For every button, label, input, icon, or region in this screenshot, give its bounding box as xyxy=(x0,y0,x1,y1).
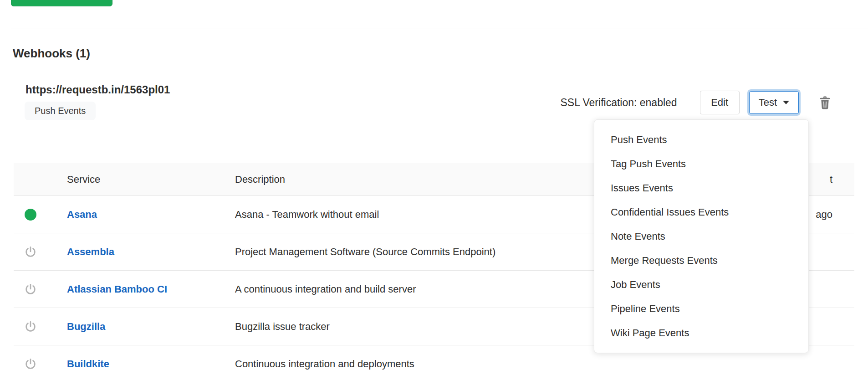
power-icon xyxy=(25,246,37,258)
webhook-url: https://requestb.in/1563pl01 xyxy=(26,83,170,96)
test-webhook-dropdown-button[interactable]: Test xyxy=(749,91,799,114)
service-description: Asana - Teamwork without email xyxy=(235,209,379,221)
section-divider xyxy=(11,29,868,29)
test-webhook-dropdown-menu: Push Events Tag Push Events Issues Event… xyxy=(594,119,809,353)
column-header-service: Service xyxy=(67,174,100,185)
service-link[interactable]: Atlassian Bamboo CI xyxy=(67,283,167,295)
column-header-description: Description xyxy=(235,174,285,185)
add-webhook-button[interactable] xyxy=(11,0,112,6)
power-icon xyxy=(25,283,37,295)
ssl-verification-status: SSL Verification: enabled xyxy=(560,97,677,109)
webhooks-heading: Webhooks (1) xyxy=(13,46,90,61)
service-description: Bugzilla issue tracker xyxy=(235,321,330,333)
dropdown-item-push-events[interactable]: Push Events xyxy=(594,128,808,152)
power-icon xyxy=(25,320,37,333)
service-link[interactable]: Assembla xyxy=(67,246,114,258)
dropdown-item-note-events[interactable]: Note Events xyxy=(594,224,808,248)
service-link[interactable]: Asana xyxy=(67,209,97,221)
dropdown-item-confidential-issues-events[interactable]: Confidential Issues Events xyxy=(594,200,808,224)
trash-icon xyxy=(819,96,831,110)
chevron-down-icon xyxy=(783,101,789,104)
dropdown-item-merge-requests-events[interactable]: Merge Requests Events xyxy=(594,248,808,272)
edit-webhook-button[interactable]: Edit xyxy=(700,91,740,114)
dropdown-item-job-events[interactable]: Job Events xyxy=(594,272,808,297)
delete-webhook-button[interactable] xyxy=(819,96,831,110)
test-button-label: Test xyxy=(759,97,777,108)
webhook-trigger-badge: Push Events xyxy=(25,102,96,120)
dropdown-item-pipeline-events[interactable]: Pipeline Events xyxy=(594,297,808,321)
service-description: A continuous integration and build serve… xyxy=(235,283,416,295)
service-link[interactable]: Bugzilla xyxy=(67,321,105,333)
service-description: Continuous integration and deployments xyxy=(235,358,414,370)
active-status-icon xyxy=(25,209,36,221)
service-link[interactable]: Buildkite xyxy=(67,358,109,370)
column-header-last-edit-fragment: t xyxy=(830,174,832,185)
last-edit-fragment: ago xyxy=(816,209,832,221)
webhook-controls: SSL Verification: enabled Edit Test xyxy=(560,90,831,115)
dropdown-item-issues-events[interactable]: Issues Events xyxy=(594,176,808,200)
dropdown-item-wiki-page-events[interactable]: Wiki Page Events xyxy=(594,321,808,345)
dropdown-item-tag-push-events[interactable]: Tag Push Events xyxy=(594,152,808,176)
service-description: Project Management Software (Source Comm… xyxy=(235,246,495,258)
power-icon xyxy=(25,358,37,370)
